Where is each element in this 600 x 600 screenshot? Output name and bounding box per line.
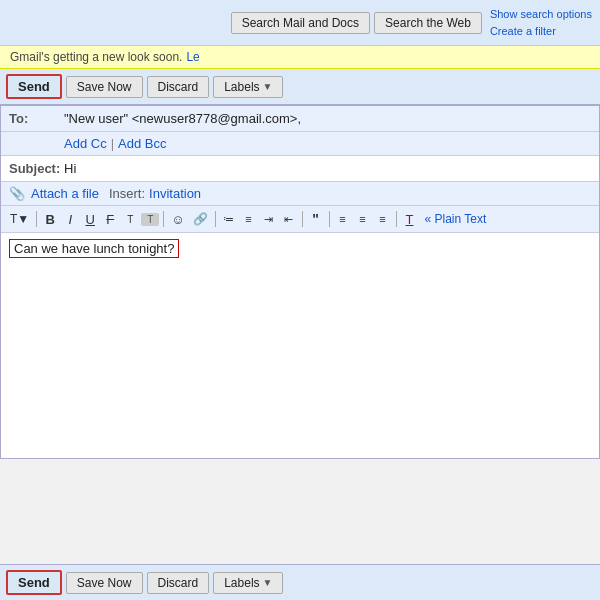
- labels-button-bottom[interactable]: Labels ▼: [213, 572, 283, 594]
- fmt-sep-6: [396, 211, 397, 227]
- cc-bcc-row: Add Cc | Add Bcc: [1, 132, 599, 156]
- save-now-button-top[interactable]: Save Now: [66, 76, 143, 98]
- insert-text: Insert:: [109, 186, 145, 201]
- show-search-options-link[interactable]: Show search options: [490, 8, 592, 20]
- fmt-sep-2: [163, 211, 164, 227]
- search-mail-button[interactable]: Search Mail and Docs: [231, 12, 370, 34]
- subject-label: Subject:: [9, 161, 64, 176]
- send-button-bottom[interactable]: Send: [6, 570, 62, 595]
- gmail-banner: Gmail's getting a new look soon. Le: [0, 46, 600, 69]
- underline-button[interactable]: U: [81, 211, 99, 228]
- cc-bcc-separator: |: [111, 136, 114, 151]
- discard-button-top[interactable]: Discard: [147, 76, 210, 98]
- compose-body[interactable]: Can we have lunch tonight?: [1, 233, 599, 458]
- banner-text: Gmail's getting a new look soon.: [10, 50, 182, 64]
- align-left-button[interactable]: ≡: [354, 212, 372, 226]
- labels-label-bottom: Labels: [224, 576, 259, 590]
- labels-button-top[interactable]: Labels ▼: [213, 76, 283, 98]
- align-right-button[interactable]: ≡: [374, 212, 392, 226]
- link-button[interactable]: 🔗: [190, 211, 211, 227]
- text-color-button[interactable]: T: [401, 211, 419, 228]
- plain-text-link[interactable]: « Plain Text: [425, 212, 487, 226]
- send-button-top[interactable]: Send: [6, 74, 62, 99]
- bold-button[interactable]: B: [41, 211, 59, 228]
- top-compose-toolbar: Send Save Now Discard Labels ▼: [0, 69, 600, 105]
- subject-value[interactable]: Hi: [64, 161, 76, 176]
- subject-row: Subject: Hi: [1, 156, 599, 182]
- search-bar-area: Search Mail and Docs Search the Web Show…: [0, 0, 600, 46]
- superscript-button[interactable]: T: [121, 213, 139, 226]
- compose-area: To: "New user" <newuser8778@gmail.com>, …: [0, 105, 600, 459]
- attach-file-link[interactable]: Attach a file: [31, 186, 99, 201]
- add-cc-link[interactable]: Add Cc: [64, 136, 107, 151]
- strikethrough-button[interactable]: F: [101, 211, 119, 228]
- search-links: Show search options Create a filter: [490, 6, 592, 39]
- emoji-button[interactable]: ☺: [168, 211, 187, 228]
- to-label: To:: [9, 111, 64, 126]
- font-selector-btn[interactable]: T▼: [7, 211, 32, 227]
- invitation-link[interactable]: Invitation: [149, 186, 201, 201]
- discard-button-bottom[interactable]: Discard: [147, 572, 210, 594]
- blockquote-button[interactable]: ": [307, 210, 325, 228]
- indent-button[interactable]: ⇥: [260, 212, 278, 227]
- labels-chevron-top: ▼: [263, 81, 273, 92]
- search-web-button[interactable]: Search the Web: [374, 12, 482, 34]
- save-now-button-bottom[interactable]: Save Now: [66, 572, 143, 594]
- attach-row: 📎 Attach a file Insert: Invitation: [1, 182, 599, 206]
- ol-button[interactable]: ≔: [220, 212, 238, 227]
- align-center-button[interactable]: ≡: [334, 212, 352, 226]
- fmt-sep-3: [215, 211, 216, 227]
- italic-button[interactable]: I: [61, 211, 79, 228]
- bottom-compose-toolbar: Send Save Now Discard Labels ▼: [0, 564, 600, 600]
- create-filter-link[interactable]: Create a filter: [490, 25, 556, 37]
- subscript-button[interactable]: T: [141, 213, 159, 226]
- format-toolbar: T▼ B I U F T T ☺ 🔗 ≔ ≡ ⇥ ⇤ " ≡ ≡ ≡ T « P…: [1, 206, 599, 233]
- fmt-sep-5: [329, 211, 330, 227]
- add-bcc-link[interactable]: Add Bcc: [118, 136, 166, 151]
- banner-link[interactable]: Le: [186, 50, 199, 64]
- paperclip-icon: 📎: [9, 186, 25, 201]
- fmt-sep-1: [36, 211, 37, 227]
- labels-chevron-bottom: ▼: [263, 577, 273, 588]
- outdent-button[interactable]: ⇤: [280, 212, 298, 227]
- compose-body-text: Can we have lunch tonight?: [9, 239, 179, 258]
- labels-label-top: Labels: [224, 80, 259, 94]
- to-row: To: "New user" <newuser8778@gmail.com>,: [1, 106, 599, 132]
- fmt-sep-4: [302, 211, 303, 227]
- ul-button[interactable]: ≡: [240, 212, 258, 226]
- to-value[interactable]: "New user" <newuser8778@gmail.com>,: [64, 111, 301, 126]
